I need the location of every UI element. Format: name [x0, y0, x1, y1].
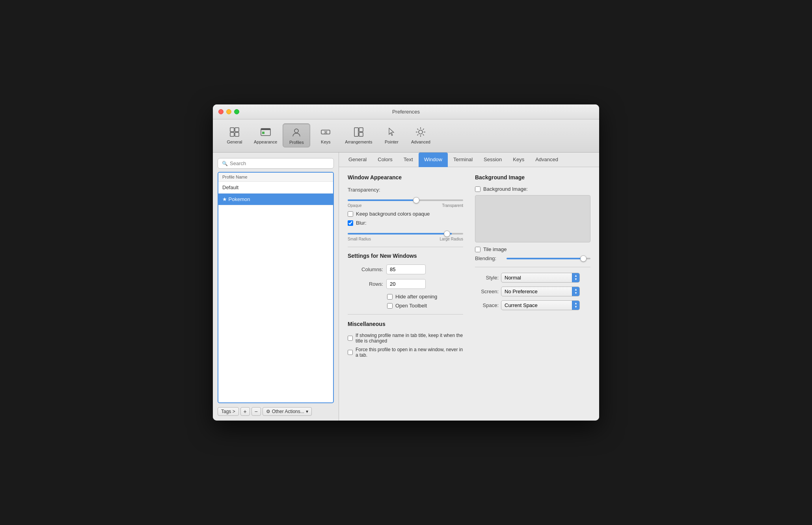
chevron-down-icon: ▾ [306, 409, 308, 414]
tab-advanced[interactable]: Advanced [530, 153, 564, 167]
divider-3 [475, 267, 590, 267]
search-icon: 🔍 [222, 161, 228, 166]
blending-slider[interactable] [507, 258, 590, 259]
style-row: Style: Normal ▲ ▼ [475, 273, 590, 283]
add-profile-button[interactable]: + [240, 407, 250, 416]
tags-button[interactable]: Tags > [218, 407, 239, 416]
general-icon [228, 126, 241, 138]
window-title: Preferences [392, 109, 420, 115]
toolbar-item-advanced[interactable]: Advanced [407, 123, 434, 147]
screen-select[interactable]: No Preference ▲ ▼ [501, 287, 580, 296]
misc-check2-row: Force this profile to open in a new wind… [348, 347, 463, 358]
toolbar-item-general[interactable]: General [221, 123, 248, 147]
remove-profile-button[interactable]: − [251, 407, 261, 416]
screen-label: Screen: [475, 289, 499, 294]
tab-keys[interactable]: Keys [507, 153, 530, 167]
bg-image-title: Background Image [475, 174, 590, 181]
profiles-icon [290, 126, 303, 139]
hide-after-opening-checkbox[interactable] [387, 294, 393, 300]
rows-row: Rows: [348, 279, 463, 289]
svg-rect-10 [354, 128, 358, 136]
pointer-icon [385, 126, 398, 138]
toolbar-label-pointer: Pointer [385, 140, 399, 144]
tab-session[interactable]: Session [478, 153, 507, 167]
arrangements-icon [352, 126, 365, 138]
tab-text[interactable]: Text [398, 153, 419, 167]
bg-image-row: Background Image: [475, 186, 590, 192]
toolbar-item-keys[interactable]: ⌘ Keys [312, 123, 339, 147]
tab-colors[interactable]: Colors [372, 153, 398, 167]
search-input[interactable] [230, 160, 330, 166]
tile-image-label: Tile image [483, 246, 507, 252]
open-toolbelt-checkbox[interactable] [387, 303, 393, 309]
other-actions-label: Other Actions... [272, 409, 304, 414]
space-select[interactable]: Current Space ▲ ▼ [501, 300, 580, 310]
content-area: 🔍 Profile Name Default ★ Pokemon Tags > … [213, 153, 599, 421]
svg-rect-11 [359, 128, 363, 132]
sidebar: 🔍 Profile Name Default ★ Pokemon Tags > … [213, 153, 339, 421]
minimize-button[interactable] [226, 109, 231, 114]
style-select[interactable]: Normal ▲ ▼ [501, 273, 580, 283]
keep-bg-opaque-checkbox[interactable] [348, 211, 353, 217]
close-button[interactable] [218, 109, 223, 114]
two-column-layout: Window Appearance Transparency: Opaque T… [348, 174, 590, 361]
toolbar-label-appearance: Appearance [254, 140, 277, 144]
transparency-slider-container: Opaque Transparent [348, 195, 463, 208]
blur-large-label: Large Radius [440, 237, 463, 241]
right-column: Background Image Background Image: Tile … [475, 174, 590, 361]
svg-point-7 [294, 129, 298, 133]
blur-small-label: Small Radius [348, 237, 371, 241]
appearance-icon [259, 126, 272, 138]
maximize-button[interactable] [234, 109, 239, 114]
bg-image-box[interactable] [475, 195, 590, 242]
misc-check2-checkbox[interactable] [348, 350, 353, 355]
toolbar-item-arrangements[interactable]: Arrangements [341, 123, 376, 147]
svg-point-13 [419, 130, 423, 134]
profile-item-pokemon[interactable]: ★ Pokemon [218, 194, 333, 205]
misc-check2-label: Force this profile to open in a new wind… [356, 347, 463, 358]
advanced-icon [414, 126, 427, 138]
style-select-wrapper: Normal ▲ ▼ [501, 273, 580, 283]
space-row: Space: Current Space ▲ ▼ [475, 300, 590, 310]
search-bar[interactable]: 🔍 [218, 158, 334, 169]
blur-slider[interactable] [348, 233, 463, 235]
transparency-label: Transparency: [348, 187, 380, 193]
style-value: Normal [505, 275, 521, 281]
keys-icon: ⌘ [319, 126, 332, 138]
sidebar-bottom: Tags > + − ⚙ Other Actions... ▾ [218, 406, 334, 417]
tab-general[interactable]: General [343, 153, 372, 167]
main-panel: General Colors Text Window Terminal Sess… [339, 153, 599, 421]
toolbar-item-pointer[interactable]: Pointer [378, 123, 405, 147]
toolbar-label-advanced: Advanced [411, 140, 430, 144]
settings-title: Settings for New Windows [348, 253, 463, 259]
window-appearance-title: Window Appearance [348, 174, 463, 181]
misc-check1-checkbox[interactable] [348, 335, 353, 341]
svg-rect-5 [261, 128, 270, 130]
toolbar-label-keys: Keys [321, 140, 330, 144]
toolbar-label-general: General [227, 140, 242, 144]
svg-rect-12 [359, 132, 363, 136]
toolbar-item-profiles[interactable]: Profiles [283, 123, 310, 147]
screen-row: Screen: No Preference ▲ ▼ [475, 287, 590, 296]
profile-item-default[interactable]: Default [218, 182, 333, 194]
tabs-bar: General Colors Text Window Terminal Sess… [339, 153, 599, 167]
tab-window[interactable]: Window [419, 153, 448, 167]
screen-value: No Preference [505, 289, 538, 294]
bg-image-checkbox[interactable] [475, 186, 480, 192]
rows-input[interactable] [386, 279, 426, 289]
other-actions-button[interactable]: ⚙ Other Actions... ▾ [263, 407, 312, 416]
blur-checkbox[interactable] [348, 220, 353, 226]
titlebar: Preferences [213, 104, 599, 119]
open-toolbelt-row: Open Toolbelt [387, 303, 463, 309]
screen-select-wrapper: No Preference ▲ ▼ [501, 287, 580, 296]
tile-image-row: Tile image [475, 246, 590, 252]
tile-image-checkbox[interactable] [475, 247, 480, 252]
blending-row: Blending: [475, 255, 590, 261]
space-value: Current Space [505, 302, 538, 308]
columns-input[interactable] [386, 264, 426, 274]
preferences-window: Preferences General Ap [213, 104, 599, 421]
tab-terminal[interactable]: Terminal [448, 153, 478, 167]
divider-1 [348, 247, 463, 247]
transparency-slider[interactable] [348, 199, 463, 201]
toolbar-item-appearance[interactable]: Appearance [250, 123, 281, 147]
